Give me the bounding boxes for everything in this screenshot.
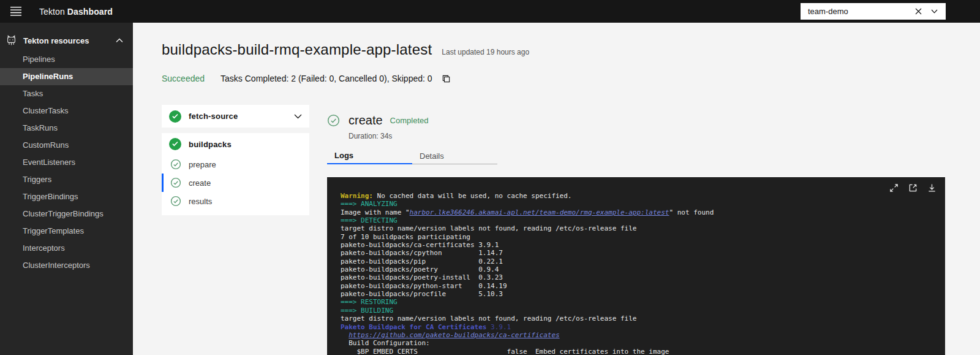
tab-details[interactable]: Details — [412, 148, 497, 164]
log-text-segment: target distro name/version labels not fo… — [341, 224, 636, 232]
menu-button[interactable] — [10, 7, 22, 17]
log-text-segment — [341, 331, 349, 339]
sidebar-item-label: CustomRuns — [23, 140, 69, 150]
log-line: ===> BUILDING — [341, 307, 935, 315]
log-line: paketo-buildpacks/ca-certificates 3.9.1 — [341, 241, 935, 249]
check-filled-icon — [169, 138, 181, 150]
log-panel: Warning: No cached data will be used, no… — [327, 177, 945, 355]
sidebar-item-taskruns[interactable]: TaskRuns — [0, 120, 133, 137]
log-line: Paketo Buildpack for CA Certificates 3.9… — [341, 323, 935, 331]
log-line: paketo-buildpacks/cpython 1.14.7 — [341, 249, 935, 257]
log-line: paketo-buildpacks/poetry-install 0.3.23 — [341, 273, 935, 281]
sidebar-item-label: TriggerTemplates — [23, 226, 84, 235]
tekton-logo-icon — [6, 35, 17, 46]
log-text-segment: paketo-buildpacks/pip 0.22.1 — [341, 258, 503, 265]
check-outline-icon — [170, 177, 181, 188]
sidebar-item-label: TaskRuns — [23, 123, 58, 132]
sidebar-section-tekton-resources[interactable]: Tekton resources — [0, 31, 133, 50]
task-header-buildpacks[interactable]: buildpacks — [162, 133, 309, 155]
step-label: create — [189, 178, 211, 188]
log-line: ===> DETECTING — [341, 216, 935, 224]
expand-logs-button[interactable] — [886, 180, 901, 195]
task-item-buildpacks: buildpacks prepare create results — [162, 133, 309, 215]
sidebar-item-label: Pipelines — [23, 55, 55, 64]
sidebar-item-triggertemplates[interactable]: TriggerTemplates — [0, 223, 133, 240]
tab-label: Logs — [334, 151, 353, 160]
log-text-segment: paketo-buildpacks/python-start 0.14.19 — [341, 282, 507, 290]
app-title-name: Dashboard — [67, 7, 113, 17]
tab-label: Details — [420, 151, 444, 161]
log-text-segment: Warning: — [341, 192, 373, 200]
log-text-segment: paketo-buildpacks/cpython 1.14.7 — [341, 249, 503, 257]
check-outline-icon — [170, 196, 181, 207]
log-text-segment: ===> BUILDING — [341, 307, 393, 315]
sidebar-item-label: EventListeners — [23, 158, 75, 167]
sidebar-item-clustertriggerbindings[interactable]: ClusterTriggerBindings — [0, 205, 133, 223]
log-text-segment: ===> DETECTING — [341, 216, 398, 224]
status-badge: Succeeded — [162, 74, 205, 83]
close-icon — [915, 8, 922, 15]
step-label: results — [189, 197, 212, 206]
step-detail-panel: create Completed Duration: 34s LogsDetai… — [327, 23, 945, 355]
sidebar-item-customruns[interactable]: CustomRuns — [0, 137, 133, 154]
launch-icon — [908, 183, 918, 193]
log-line: paketo-buildpacks/poetry 0.9.4 — [341, 265, 935, 273]
sidebar-item-clusterinterceptors[interactable]: ClusterInterceptors — [0, 257, 133, 274]
log-text-segment: 7 of 10 buildpacks participating — [341, 233, 470, 241]
sidebar-item-pipelineruns[interactable]: PipelineRuns — [0, 68, 133, 85]
namespace-dropdown-toggle[interactable] — [926, 4, 942, 19]
log-link[interactable]: harbor.lke366246.akamai-apl.net/team-dem… — [410, 208, 669, 216]
open-logs-button[interactable] — [905, 180, 920, 195]
log-line: Build Configuration: — [341, 339, 935, 347]
sidebar-item-label: Interceptors — [23, 243, 65, 253]
log-toolbar — [886, 180, 939, 195]
log-text-segment: paketo-buildpacks/poetry-install 0.3.23 — [341, 273, 503, 281]
sidebar-section-label: Tekton resources — [23, 36, 89, 45]
log-text-segment: Paketo Buildpack for CA Certificates — [341, 323, 486, 331]
tab-logs[interactable]: Logs — [327, 148, 412, 164]
log-text-segment: paketo-buildpacks/procfile 5.10.3 — [341, 290, 503, 298]
step-item-create[interactable]: create — [162, 174, 309, 192]
chevron-down-icon — [931, 9, 938, 13]
log-text-segment: Image with name " — [341, 208, 410, 216]
log-text-segment: No cached data will be used, no cache sp… — [373, 192, 572, 200]
task-list: fetch-source buildpacks p — [162, 105, 309, 215]
log-line: paketo-buildpacks/pip 0.22.1 — [341, 258, 935, 265]
log-line: target distro name/version labels not fo… — [341, 315, 935, 323]
log-line: https://github.com/paketo-buildpacks/ca-… — [341, 331, 935, 339]
chevron-up-icon — [116, 38, 123, 43]
download-logs-button[interactable] — [924, 180, 939, 195]
sidebar-item-label: PipelineRuns — [23, 72, 73, 81]
log-line: Warning: No cached data will be used, no… — [341, 192, 935, 200]
sidebar-item-eventlisteners[interactable]: EventListeners — [0, 154, 133, 171]
step-status: Completed — [390, 116, 429, 125]
log-text-segment: paketo-buildpacks/ca-certificates 3.9.1 — [341, 241, 499, 249]
sidebar-item-pipelines[interactable]: Pipelines — [0, 51, 133, 68]
log-text-segment: target distro name/version labels not fo… — [341, 315, 636, 323]
log-text-segment: 3.9.1 — [486, 323, 511, 331]
step-name: create — [349, 113, 383, 128]
step-item-results[interactable]: results — [162, 192, 309, 210]
expand-icon — [889, 183, 899, 193]
log-line: ===> ANALYZING — [341, 200, 935, 208]
log-text-segment: Build Configuration: — [341, 339, 430, 347]
log-link[interactable]: https://github.com/paketo-buildpacks/ca-… — [349, 331, 559, 339]
check-outline-icon — [327, 114, 340, 127]
sidebar-item-label: TriggerBindings — [23, 192, 78, 201]
sidebar-item-tasks[interactable]: Tasks — [0, 85, 133, 102]
task-steps: prepare create results — [162, 155, 309, 210]
sidebar-item-interceptors[interactable]: Interceptors — [0, 240, 133, 257]
sidebar-item-clustertasks[interactable]: ClusterTasks — [0, 102, 133, 120]
log-line: ===> RESTORING — [341, 298, 935, 306]
clear-namespace-button[interactable] — [910, 4, 926, 19]
log-line: paketo-buildpacks/python-start 0.14.19 — [341, 282, 935, 290]
step-item-prepare[interactable]: prepare — [162, 155, 309, 174]
sidebar-item-label: Triggers — [23, 175, 51, 184]
log-text-segment: " not found — [669, 208, 714, 216]
sidebar-item-triggers[interactable]: Triggers — [0, 171, 133, 188]
step-tabs: LogsDetails — [327, 148, 497, 164]
check-filled-icon — [169, 110, 181, 123]
task-item-fetch-source[interactable]: fetch-source — [162, 105, 309, 128]
namespace-combobox[interactable]: team-demo — [801, 3, 946, 20]
sidebar-item-triggerbindings[interactable]: TriggerBindings — [0, 188, 133, 205]
